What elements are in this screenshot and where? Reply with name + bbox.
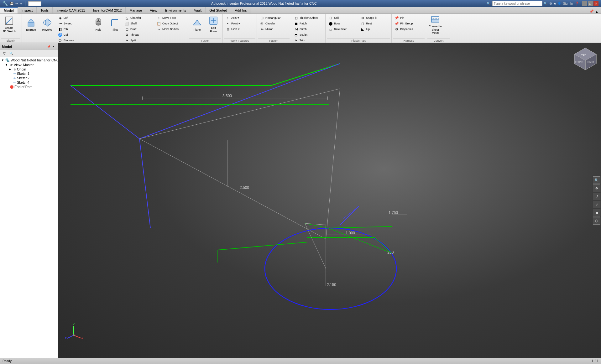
tree-item-sketch2[interactable]: ✏ Sketch2 [1, 76, 57, 80]
svg-text:1.000: 1.000 [346, 231, 355, 235]
boss-button[interactable]: ⬤ Boss [327, 21, 358, 26]
ribbon-minimize-icon[interactable]: ▲ [595, 10, 598, 13]
search-tree-btn[interactable]: 🔍 [8, 51, 14, 56]
rectangular-button[interactable]: ⊞ Rectangular [258, 15, 290, 21]
tree-item-part-root[interactable]: ▼ 🔩 Wood Nut fileted half a for CNC [1, 58, 57, 63]
tab-environments[interactable]: Environments [161, 7, 190, 13]
snap-fit-button[interactable]: ⊕ Snap Fit [359, 15, 390, 21]
fillet-button[interactable]: Fillet [107, 15, 123, 34]
help-icon[interactable]: ❓ [575, 2, 579, 6]
tab-inventorcam2012[interactable]: InventorCAM 2012 [89, 7, 126, 13]
search-icon: 🔍 [487, 2, 490, 5]
nav-cube[interactable]: TOP RIGHT FRONT [573, 46, 598, 71]
coil-button[interactable]: 🌀 Coil [56, 32, 88, 38]
emboss-button[interactable]: ⬡ Emboss [56, 38, 88, 43]
tab-inventorcam2011[interactable]: InventorCAM 2011 [53, 7, 89, 13]
favorites-icon[interactable]: ★ [553, 2, 556, 5]
display-mode-btn[interactable]: ◼ [593, 209, 600, 216]
axis-button[interactable]: ↕ Axis ▾ [224, 15, 255, 21]
move-face-button[interactable]: ↕ Move Face [155, 15, 186, 21]
shell-icon: ⬜ [124, 21, 129, 26]
sidebar-pin-btn[interactable]: 📌 [46, 44, 51, 49]
tab-view[interactable]: View [146, 7, 161, 13]
extrude-button[interactable]: Extrude [23, 15, 39, 34]
stitch-button[interactable]: ⋈ Stitch [292, 26, 324, 32]
trim-button[interactable]: ✂ Trim [292, 38, 324, 43]
viewport-right-tools: 🔍 ✥ ↺ ⤢ ◼ ⬡ [592, 175, 601, 226]
sign-in-btn[interactable]: Sign In [563, 2, 573, 5]
orbit-btn[interactable]: ↺ [593, 193, 600, 200]
pan-btn[interactable]: ✥ [593, 185, 600, 192]
fit-btn[interactable]: ⤢ [593, 201, 600, 208]
thread-button[interactable]: ⚙ Thread [123, 32, 154, 38]
tree-item-origin[interactable]: ▶ ⊕ Origin [1, 67, 57, 71]
svg-text:FRONT: FRONT [575, 61, 583, 63]
shell-button[interactable]: ⬜ Shell [123, 21, 154, 26]
rule-fillet-button[interactable]: ◡ Rule Fillet [327, 26, 358, 32]
filter-btn[interactable]: ▽ [1, 51, 8, 56]
svg-line-1 [7, 18, 12, 23]
viewport[interactable]: 3.500 2.500 1.750 1.000 [58, 43, 601, 358]
color-dropdown[interactable]: Color ▾ [28, 1, 41, 6]
quick-access-save[interactable]: 💾 [10, 2, 13, 5]
properties-button[interactable]: ⚙ Properties [393, 26, 424, 32]
maximize-button[interactable]: □ [588, 1, 593, 6]
user-icon[interactable]: 👤 [557, 2, 561, 5]
copy-object-button[interactable]: 📋 Copy Object [155, 21, 186, 26]
sweep-button[interactable]: 〜 Sweep [56, 21, 88, 26]
circular-button[interactable]: ◎ Circular [258, 21, 290, 26]
tab-get-started[interactable]: Get Started [206, 7, 231, 13]
tab-inspect[interactable]: Inspect [18, 7, 37, 13]
tab-manage[interactable]: Manage [126, 7, 146, 13]
settings-icon[interactable]: ⚙ [549, 2, 552, 5]
quick-access-redo[interactable]: ↪ [20, 2, 22, 5]
search-btn[interactable]: 🔍 [544, 2, 547, 5]
tab-tools[interactable]: Tools [37, 7, 53, 13]
tab-model[interactable]: Model [0, 7, 18, 13]
ribbon-pin-icon[interactable]: 📌 [589, 9, 594, 13]
pin-button[interactable]: 📌 Pin [393, 15, 424, 21]
patch-button[interactable]: ◼ Patch [292, 21, 324, 26]
draft-label: Draft [130, 28, 137, 31]
plane-button[interactable]: Plane [189, 15, 205, 34]
close-button[interactable]: ✕ [593, 1, 598, 6]
tab-add-ins[interactable]: Add-Ins [231, 7, 251, 13]
sculpt-button[interactable]: ◓ Sculpt [292, 32, 324, 38]
tree-label-end-of-part: End of Part [14, 85, 32, 89]
tree-item-view-master[interactable]: ▼ 👁 View: Master [1, 63, 57, 67]
hole-button[interactable]: Hole [91, 15, 106, 34]
circular-label: Circular [265, 22, 275, 25]
title-bar-left: 🔧 💾 ↩ ↪ Color ▾ [3, 1, 41, 6]
svg-text:2.150: 2.150 [327, 283, 336, 287]
tree-item-sketch1[interactable]: ✏ Sketch1 [1, 71, 57, 76]
mirror-button[interactable]: ⇔ Mirror [258, 26, 290, 32]
rib-button[interactable]: ◧ Rib [56, 26, 88, 32]
create-2d-sketch-button[interactable]: Create2D Sketch [1, 15, 17, 34]
loft-button[interactable]: ◈ Loft [56, 15, 88, 21]
tree-item-end-of-part[interactable]: 🔴 End of Part [1, 85, 57, 89]
thicken-offset-button[interactable]: ◻ Thicken/Offset [292, 15, 324, 21]
view-cube-btn[interactable]: ⬡ [593, 217, 600, 225]
move-face-icon: ↕ [156, 15, 161, 20]
tab-vault[interactable]: Vault [190, 7, 206, 13]
pin-group-button[interactable]: 📌 Pin Group [393, 21, 424, 26]
rest-button[interactable]: ◻ Rest [359, 21, 390, 26]
grill-button[interactable]: ⊟ Grill [327, 15, 358, 21]
tree-item-sketch4[interactable]: ✏ Sketch4 [1, 80, 57, 85]
split-button[interactable]: ✂ Split [123, 38, 154, 43]
sidebar-close-btn[interactable]: ✕ [51, 44, 56, 49]
circular-icon: ◎ [259, 21, 264, 26]
move-bodies-button[interactable]: ↔ Move Bodies [155, 26, 186, 32]
chamfer-button[interactable]: ◺ Chamfer [123, 15, 154, 21]
minimize-button[interactable]: — [582, 1, 587, 6]
convert-to-sheet-metal-button[interactable]: Convert toSheet Metal [427, 15, 443, 34]
quick-access-undo[interactable]: ↩ [15, 2, 18, 5]
draft-button[interactable]: ◻ Draft [123, 26, 154, 32]
search-input[interactable] [492, 1, 542, 6]
point-button[interactable]: • Point ▾ [224, 21, 255, 26]
zoom-btn[interactable]: 🔍 [593, 176, 600, 184]
revolve-button[interactable]: Revolve [39, 15, 55, 34]
edit-form-button[interactable]: EditForm [206, 15, 221, 34]
ucs-button[interactable]: ⊞ UCS ▾ [224, 26, 255, 32]
lip-button[interactable]: ◣ Lip [359, 26, 390, 32]
